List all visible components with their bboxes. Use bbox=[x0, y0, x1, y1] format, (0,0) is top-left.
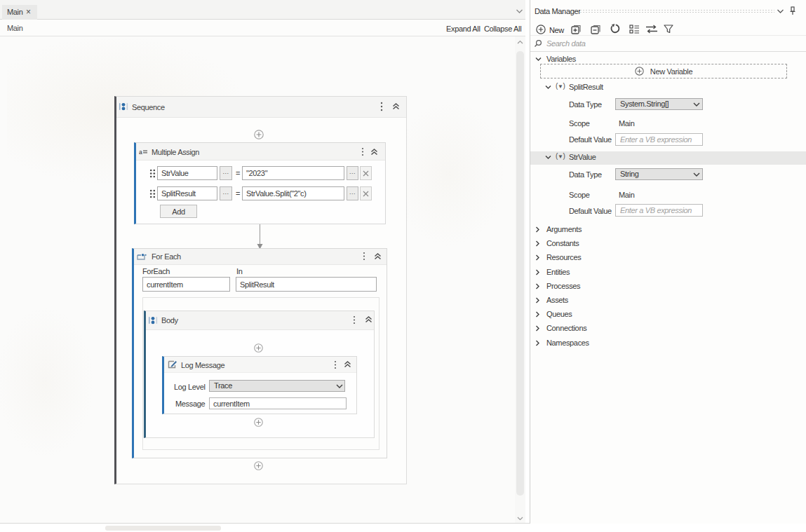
svg-text:a: a bbox=[139, 149, 142, 155]
